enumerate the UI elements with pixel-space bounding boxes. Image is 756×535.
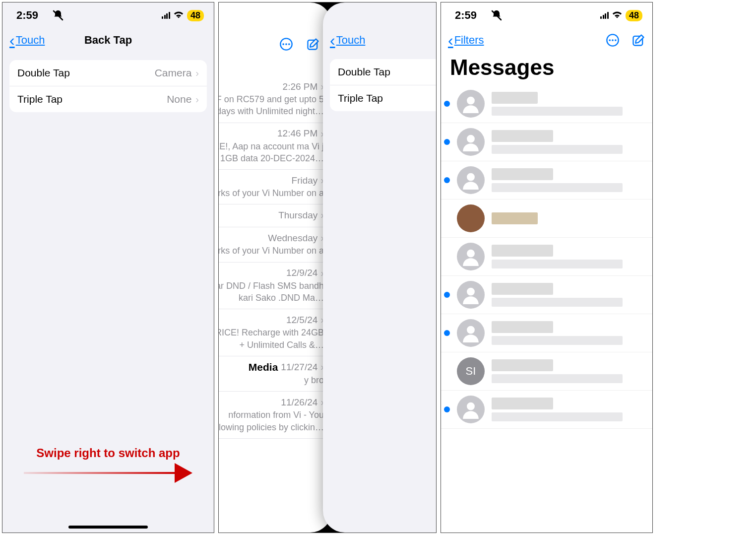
status-bar: 2:59 48 <box>2 2 214 26</box>
message-row[interactable]: 12/9/24› ber par DND / Flash SMS bandh k… <box>218 263 332 310</box>
back-button[interactable]: ‹ Touch <box>9 31 45 50</box>
row-value: Camera <box>155 67 192 79</box>
back-label: Touch <box>336 34 366 47</box>
wifi-icon <box>612 10 623 21</box>
settings-list: Double Tap Camera › Triple Tap None › <box>9 60 207 112</box>
unread-dot-icon <box>444 177 450 183</box>
status-time: 2:59 <box>455 9 477 22</box>
chevron-right-icon: › <box>195 94 199 105</box>
conversation-list[interactable]: SI <box>441 85 652 429</box>
message-list[interactable]: 2:26 PM› F on RC579 and get upto 5 days … <box>218 56 332 439</box>
row-value: None <box>167 93 191 105</box>
nav-bar: ‹ Touch Back Tap <box>2 26 214 54</box>
row-triple-tap[interactable]: Triple Tap None › <box>9 86 207 112</box>
message-row[interactable]: 2:26 PM› F on RC579 and get upto 5 days … <box>218 76 332 123</box>
row-double-tap[interactable]: Double Tap Camera › <box>9 60 207 86</box>
back-button[interactable]: ‹ Touch <box>330 31 365 50</box>
unread-dot-icon <box>444 330 450 336</box>
row-label: Double Tap <box>17 67 70 79</box>
unread-dot-icon <box>444 406 450 412</box>
settings-back-tap-screen: 2:59 48 ‹ Touch Back Tap Double Tap Came… <box>2 2 214 533</box>
row-label: Triple Tap <box>338 92 383 104</box>
avatar <box>457 166 485 194</box>
cellular-icon <box>600 12 609 19</box>
back-label: Touch <box>16 34 45 47</box>
row-label: Double Tap <box>338 66 390 78</box>
message-row[interactable]: Media 11/27/24 › y bro <box>218 356 332 392</box>
chevron-left-icon: ‹ <box>330 31 335 50</box>
silent-icon <box>491 9 503 21</box>
message-row[interactable]: 12/5/24› R PRICE! Recharge with 24GB + U… <box>218 309 332 356</box>
arrow-icon <box>24 463 192 483</box>
wifi-icon <box>173 10 184 21</box>
avatar: SI <box>457 357 485 385</box>
battery-level: 48 <box>626 10 642 21</box>
battery-level: 48 <box>187 10 204 21</box>
unread-dot-icon <box>444 101 450 107</box>
messages-screen: 2:59 48 ‹ Filters Messages <box>441 2 653 533</box>
swipe-annotation: Swipe right to switch app <box>12 446 204 483</box>
conversation-row[interactable] <box>441 238 652 276</box>
conversation-row[interactable] <box>441 161 652 200</box>
row-label: Triple Tap <box>17 93 63 105</box>
messages-card[interactable]: 2:26 PM› F on RC579 and get upto 5 days … <box>218 2 332 533</box>
conversation-row[interactable] <box>441 276 652 314</box>
annotation-text: Swipe right to switch app <box>36 446 180 460</box>
conversation-row[interactable] <box>441 314 652 352</box>
settings-card[interactable]: ‹ Touch Double Tap Triple Tap <box>323 2 437 533</box>
status-time: 2:59 <box>16 9 38 22</box>
compose-icon[interactable] <box>631 33 645 47</box>
unread-dot-icon <box>444 139 450 145</box>
chevron-left-icon: ‹ <box>448 31 453 50</box>
cellular-icon <box>162 12 170 19</box>
avatar <box>457 396 485 423</box>
more-icon[interactable] <box>606 33 620 47</box>
message-row[interactable]: Friday› erks of your Vi Number on a <box>218 170 332 204</box>
back-label: Filters <box>454 34 484 47</box>
message-row[interactable]: Thursday› <box>218 204 332 227</box>
avatar <box>457 319 485 347</box>
conversation-row[interactable] <box>441 85 652 123</box>
message-row[interactable]: 12:46 PM› REE!, Aap na account ma Vi j 1… <box>218 123 332 170</box>
conversation-row[interactable]: SI <box>441 352 652 391</box>
avatar <box>457 281 485 309</box>
compose-icon[interactable] <box>306 37 320 51</box>
conversation-row[interactable] <box>441 123 652 161</box>
app-switcher-transition: 2:26 PM› F on RC579 and get upto 5 days … <box>218 2 437 533</box>
message-row[interactable]: 11/26/24› nformation from Vi - You ollow… <box>218 392 332 439</box>
unread-dot-icon <box>444 292 450 298</box>
row-triple-tap[interactable]: Triple Tap <box>330 85 437 111</box>
chevron-right-icon: › <box>195 67 199 79</box>
home-indicator[interactable] <box>68 526 148 529</box>
silent-icon <box>52 9 64 21</box>
page-title: Messages <box>441 54 652 85</box>
more-icon[interactable] <box>279 37 293 51</box>
avatar <box>457 90 485 118</box>
conversation-row[interactable] <box>441 391 652 429</box>
chevron-left-icon: ‹ <box>9 31 15 50</box>
avatar <box>457 128 485 156</box>
avatar <box>457 243 485 270</box>
filters-button[interactable]: ‹ Filters <box>448 31 484 50</box>
status-bar: 2:59 48 <box>441 2 652 26</box>
avatar <box>457 204 485 232</box>
conversation-row[interactable] <box>441 200 652 238</box>
nav-bar: ‹ Filters <box>441 26 652 54</box>
message-row[interactable]: Wednesday› erks of your Vi Number on a <box>218 227 332 262</box>
row-double-tap[interactable]: Double Tap <box>330 59 437 85</box>
